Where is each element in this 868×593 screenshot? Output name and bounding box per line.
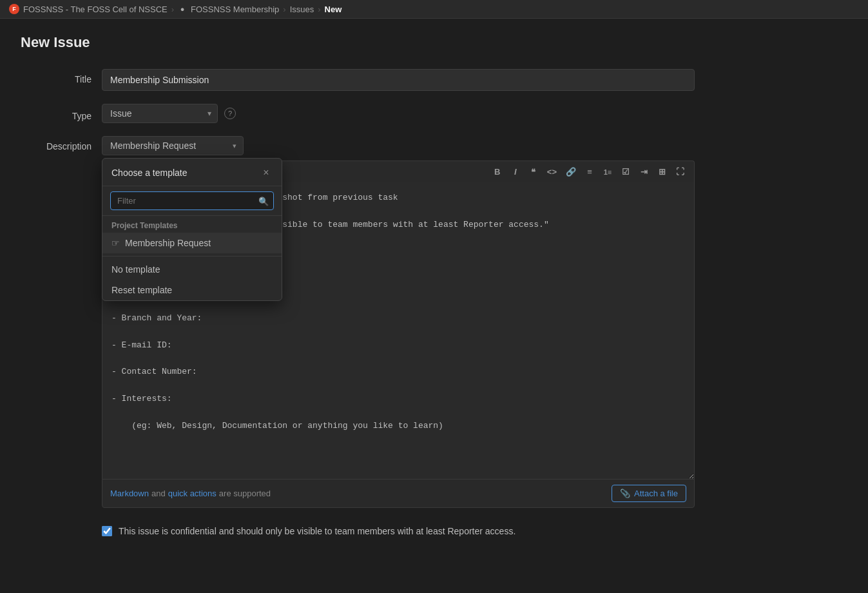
org-icon: F — [9, 4, 19, 14]
repo-link[interactable]: FOSSNSS Membership — [191, 5, 279, 14]
toolbar-bold-button[interactable]: B — [490, 165, 505, 179]
toolbar-link-button[interactable]: 🔗 — [563, 165, 579, 179]
toolbar-italic-button[interactable]: I — [508, 165, 523, 179]
issues-link[interactable]: Issues — [290, 5, 314, 14]
toolbar-indent-button[interactable]: ⇥ — [636, 165, 651, 179]
new-issue-page: New Issue Title Type Issue Incident Test… — [0, 19, 825, 572]
template-btn-label: Membership Request — [110, 141, 196, 151]
search-icon: 🔍 — [258, 196, 269, 206]
template-select-button[interactable]: Membership Request ▾ — [102, 136, 244, 155]
template-filter-input[interactable] — [110, 191, 274, 210]
template-divider — [102, 256, 282, 257]
toolbar-quote-button[interactable]: ❝ — [526, 165, 541, 179]
editor-footer-left: Markdown and quick actions are supported — [110, 489, 271, 498]
template-dropdown-close-button[interactable]: × — [260, 166, 273, 179]
confidential-label[interactable]: This issue is confidential and should on… — [119, 526, 516, 536]
markdown-link[interactable]: Markdown — [110, 489, 149, 498]
attach-icon: 📎 — [620, 489, 630, 498]
quick-actions-link[interactable]: quick actions — [168, 489, 217, 498]
breadcrumb-sep-3: › — [318, 5, 320, 14]
template-trigger-wrap: Membership Request ▾ Choose a template ×… — [102, 136, 695, 155]
toolbar-task-list-button[interactable]: ☑ — [618, 165, 633, 179]
type-select-wrapper: Issue Incident Test Case Task Feature — [102, 104, 218, 123]
template-section-label: Project Templates — [102, 216, 282, 233]
template-option-cursor-icon: ☞ — [111, 238, 120, 248]
chevron-down-icon: ▾ — [233, 142, 236, 150]
confidential-row: This issue is confidential and should on… — [102, 518, 695, 544]
filter-wrap: 🔍 — [102, 186, 282, 216]
toolbar-code-button[interactable]: <> — [544, 165, 560, 179]
title-control-wrap — [102, 69, 695, 91]
attach-label: Attach a file — [634, 489, 678, 498]
toolbar-table-button[interactable]: ⊞ — [654, 165, 670, 179]
template-option-label-reset: Reset template — [111, 285, 172, 295]
description-label: Description — [21, 136, 92, 151]
org-link[interactable]: FOSSNSS - The FOSS Cell of NSSCE — [23, 5, 168, 14]
and-text: and — [151, 489, 166, 498]
description-row: Description Membership Request ▾ Choose … — [21, 136, 804, 544]
template-option-membership-request[interactable]: ☞ Membership Request — [102, 233, 282, 253]
template-dropdown: Choose a template × 🔍 Project Templates … — [102, 158, 282, 301]
editor-footer: Markdown and quick actions are supported… — [102, 479, 695, 508]
repo-icon: ● — [178, 5, 187, 14]
type-select[interactable]: Issue Incident Test Case Task Feature — [102, 104, 218, 123]
toolbar-bullet-list-button[interactable]: ≡ — [582, 165, 597, 179]
breadcrumb-sep-1: › — [171, 5, 174, 14]
template-option-reset[interactable]: Reset template — [102, 280, 282, 300]
toolbar-numbered-list-button[interactable]: 1≡ — [600, 166, 615, 178]
type-select-wrap: Issue Incident Test Case Task Feature ? — [102, 104, 695, 123]
title-input[interactable] — [102, 69, 695, 91]
type-help-icon[interactable]: ? — [224, 108, 236, 119]
page-title: New Issue — [21, 34, 804, 51]
title-row: Title — [21, 69, 804, 91]
title-label: Title — [21, 69, 92, 84]
attach-file-button[interactable]: 📎 Attach a file — [612, 485, 686, 502]
breadcrumb-sep-2: › — [283, 5, 285, 14]
template-option-label-membership: Membership Request — [125, 238, 211, 248]
description-control-wrap: Membership Request ▾ Choose a template ×… — [102, 136, 695, 544]
type-row: Type Issue Incident Test Case Task Featu… — [21, 104, 804, 123]
supported-text: are supported — [219, 489, 271, 498]
current-page-label: New — [325, 5, 342, 14]
topbar: F FOSSNSS - The FOSS Cell of NSSCE › ● F… — [0, 0, 868, 19]
confidential-checkbox[interactable] — [102, 526, 112, 536]
template-option-label-no-template: No template — [111, 264, 160, 275]
template-option-no-template[interactable]: No template — [102, 259, 282, 280]
template-dropdown-title: Choose a template — [111, 168, 188, 178]
type-label: Type — [21, 106, 92, 121]
type-control-wrap: Issue Incident Test Case Task Feature ? — [102, 104, 695, 123]
toolbar-fullscreen-button[interactable]: ⛶ — [672, 165, 688, 179]
template-dropdown-header: Choose a template × — [102, 159, 282, 186]
